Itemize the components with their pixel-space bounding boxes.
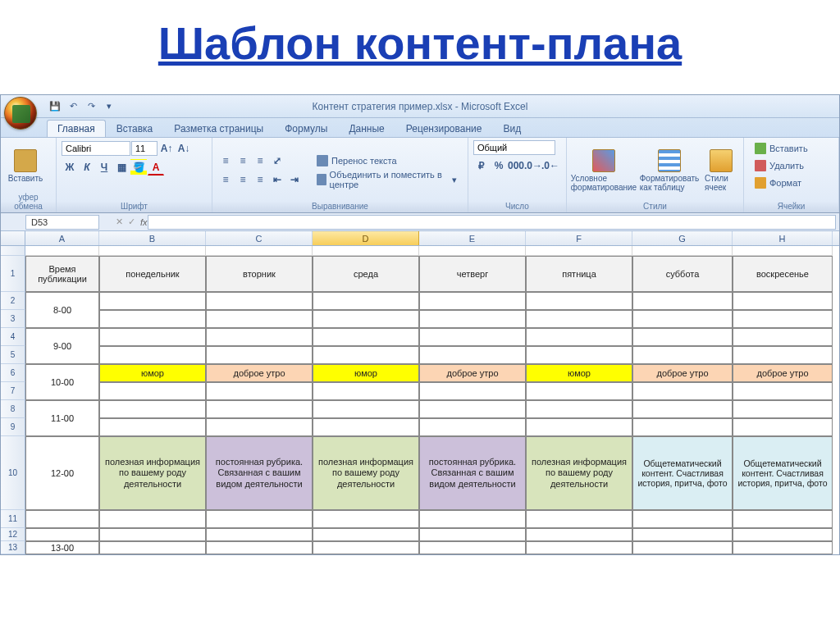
- cell[interactable]: [733, 346, 833, 364]
- cell[interactable]: [632, 292, 733, 310]
- insert-cells-button[interactable]: Вставить: [749, 140, 814, 157]
- cell[interactable]: [99, 292, 206, 310]
- cell[interactable]: [313, 400, 419, 418]
- cell-12-thu[interactable]: постоянная рубрика. Связанная с вашим ви…: [419, 436, 526, 510]
- align-bottom-icon[interactable]: ≡: [252, 153, 268, 169]
- cell[interactable]: [632, 400, 733, 418]
- tab-home[interactable]: Главная: [47, 120, 106, 137]
- increase-decimal-icon[interactable]: .0→: [525, 157, 541, 174]
- cell[interactable]: [419, 246, 526, 256]
- cell[interactable]: [632, 541, 733, 554]
- office-button[interactable]: [4, 97, 37, 130]
- row-header-10[interactable]: 10: [1, 436, 25, 510]
- formula-bar[interactable]: [148, 215, 836, 230]
- cell[interactable]: [313, 528, 419, 541]
- cell-10-thu[interactable]: доброе утро: [419, 364, 526, 382]
- cell-12-fri[interactable]: полезная информация по вашему роду деяте…: [526, 436, 632, 510]
- row-header-3[interactable]: 3: [1, 310, 25, 328]
- cell[interactable]: [419, 310, 526, 328]
- cell-10-sun[interactable]: доброе утро: [733, 364, 833, 382]
- cell[interactable]: [526, 292, 632, 310]
- cell[interactable]: [632, 310, 733, 328]
- cell-10-wed[interactable]: юмор: [313, 364, 419, 382]
- cell[interactable]: [206, 528, 313, 541]
- cell[interactable]: [733, 528, 833, 541]
- delete-cells-button[interactable]: Удалить: [749, 157, 810, 174]
- cell-styles-button[interactable]: Стили ячеек: [703, 148, 738, 194]
- save-icon[interactable]: 💾: [47, 98, 63, 115]
- row-header-13[interactable]: 13: [1, 541, 25, 554]
- cell-10-fri[interactable]: юмор: [526, 364, 632, 382]
- format-as-table-button[interactable]: Форматировать как таблицу: [639, 148, 700, 194]
- row-header-2[interactable]: 2: [1, 292, 25, 310]
- cell-time-9[interactable]: 9-00: [25, 328, 99, 364]
- tab-page-layout[interactable]: Разметка страницы: [163, 120, 274, 137]
- cell[interactable]: [206, 400, 313, 418]
- cell[interactable]: [313, 510, 419, 528]
- cell[interactable]: [526, 400, 632, 418]
- cell[interactable]: [313, 328, 419, 346]
- col-header-a[interactable]: A: [25, 231, 99, 245]
- align-top-icon[interactable]: ≡: [217, 153, 234, 169]
- fx-confirm-icon[interactable]: ✓: [128, 217, 135, 227]
- cell[interactable]: [206, 328, 313, 346]
- font-color-button[interactable]: A: [148, 159, 164, 175]
- cell[interactable]: [526, 541, 632, 554]
- cell[interactable]: [632, 418, 733, 436]
- decrease-decimal-icon[interactable]: .0←: [542, 157, 559, 174]
- cell-12-wed[interactable]: полезная информация по вашему роду деяте…: [313, 436, 419, 510]
- cell[interactable]: [206, 510, 313, 528]
- cell[interactable]: [632, 382, 733, 400]
- cell[interactable]: [313, 346, 419, 364]
- cell[interactable]: [99, 418, 206, 436]
- cell-header-sat[interactable]: суббота: [632, 256, 733, 292]
- cell[interactable]: [526, 246, 632, 256]
- col-header-f[interactable]: F: [526, 231, 632, 245]
- row-header-12[interactable]: 12: [1, 528, 25, 541]
- cell[interactable]: [733, 418, 833, 436]
- orientation-icon[interactable]: ⤢: [269, 153, 285, 169]
- font-name-input[interactable]: [62, 141, 130, 156]
- cell[interactable]: [419, 400, 526, 418]
- tab-data[interactable]: Данные: [338, 120, 395, 137]
- cell[interactable]: [733, 292, 833, 310]
- cell[interactable]: [99, 310, 206, 328]
- cell[interactable]: [313, 541, 419, 554]
- cell-time-10[interactable]: 10-00: [25, 364, 99, 400]
- cell[interactable]: [99, 510, 206, 528]
- row-header-6[interactable]: 6: [1, 364, 25, 382]
- tab-formulas[interactable]: Формулы: [274, 120, 338, 137]
- cell[interactable]: [632, 510, 733, 528]
- comma-icon[interactable]: 000: [508, 157, 524, 174]
- cell[interactable]: [99, 528, 206, 541]
- cell-10-sat[interactable]: доброе утро: [632, 364, 733, 382]
- cell[interactable]: [206, 382, 313, 400]
- cell[interactable]: [419, 528, 526, 541]
- cell-time-8[interactable]: 8-00: [25, 292, 99, 328]
- cells-grid[interactable]: Время публикации понедельник вторник сре…: [25, 246, 839, 554]
- cell[interactable]: [419, 418, 526, 436]
- underline-button[interactable]: Ч: [96, 159, 112, 175]
- number-format-select[interactable]: [473, 140, 555, 155]
- border-button[interactable]: ▦: [113, 159, 130, 175]
- cell[interactable]: [313, 310, 419, 328]
- col-header-b[interactable]: B: [99, 231, 206, 245]
- align-middle-icon[interactable]: ≡: [235, 153, 251, 169]
- cell[interactable]: [526, 510, 632, 528]
- col-header-h[interactable]: H: [733, 231, 833, 245]
- row-header-9[interactable]: 9: [1, 418, 25, 436]
- cell-12-mon[interactable]: полезная информация по вашему роду деяте…: [99, 436, 206, 510]
- row-header-11[interactable]: 11: [1, 510, 25, 528]
- cell[interactable]: [313, 246, 419, 256]
- cell-12-tue[interactable]: постоянная рубрика. Связанная с вашим ви…: [206, 436, 313, 510]
- cell[interactable]: [526, 346, 632, 364]
- cell[interactable]: [99, 328, 206, 346]
- fx-cancel-icon[interactable]: ✕: [116, 217, 123, 227]
- cell[interactable]: [733, 246, 833, 256]
- cell[interactable]: [206, 246, 313, 256]
- cell[interactable]: [313, 292, 419, 310]
- cell[interactable]: [632, 328, 733, 346]
- cell[interactable]: [526, 418, 632, 436]
- cell[interactable]: [733, 382, 833, 400]
- align-right-icon[interactable]: ≡: [252, 171, 268, 188]
